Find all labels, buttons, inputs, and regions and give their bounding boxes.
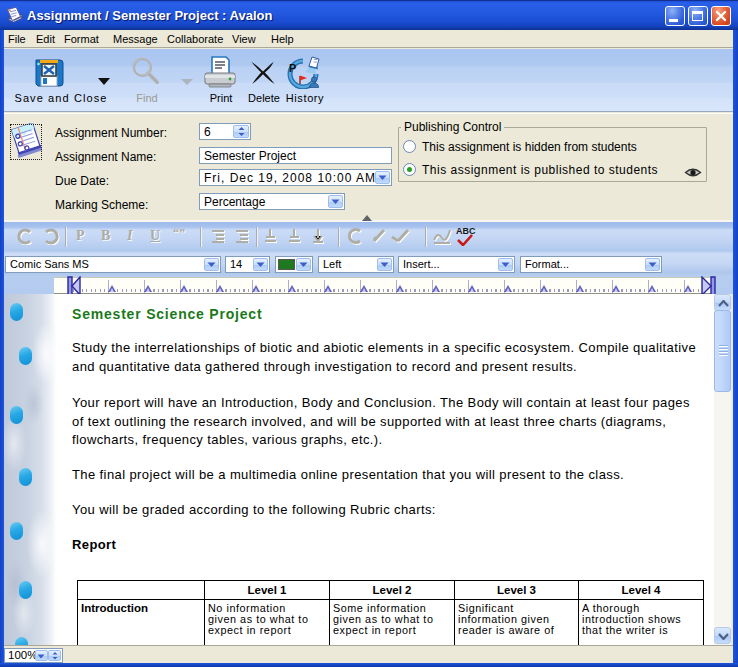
svg-text:P: P	[289, 62, 296, 74]
